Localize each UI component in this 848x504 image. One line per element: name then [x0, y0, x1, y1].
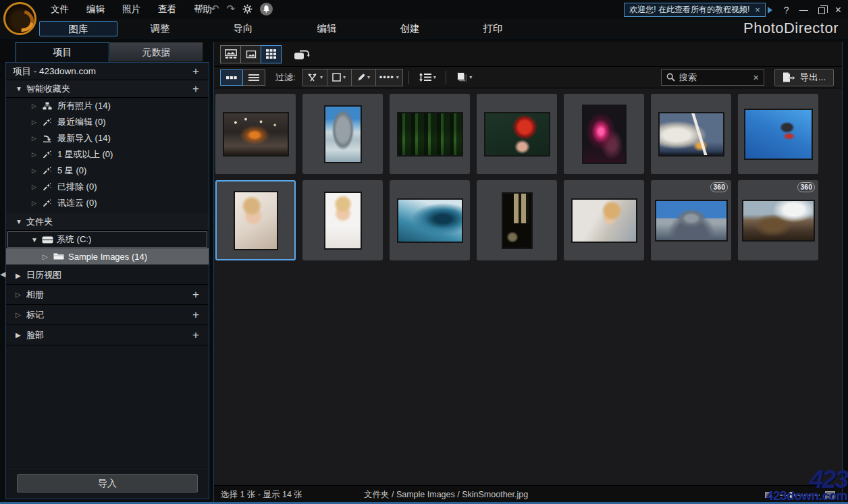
- chevron-right-icon[interactable]: ▷: [43, 253, 53, 260]
- tab-project[interactable]: 项目: [16, 42, 109, 62]
- magic-wand-icon: [43, 167, 57, 175]
- tree-item-5-star[interactable]: ▷ 5 星 (0): [6, 163, 209, 179]
- restore-button[interactable]: [818, 7, 825, 14]
- tree-item-cyberlink-cloud[interactable]: ▷ 讯连云 (0): [6, 195, 209, 211]
- chevron-right-icon[interactable]: ▶: [16, 272, 26, 279]
- secondary-display-icon[interactable]: [294, 49, 310, 60]
- add-face-button[interactable]: +: [192, 329, 202, 341]
- photo-thumbnail-panorama-canyon[interactable]: 360: [738, 180, 818, 260]
- albums-header[interactable]: ▷ 相册 +: [6, 285, 209, 305]
- chevron-right-icon[interactable]: ▶: [16, 331, 26, 339]
- chevron-right-icon[interactable]: ▷: [32, 119, 43, 125]
- menu-bar: 文件 编辑 照片 查看 帮助: [42, 3, 221, 16]
- tab-metadata[interactable]: 元数据: [109, 42, 203, 62]
- minimize-button[interactable]: —: [797, 7, 810, 13]
- calendar-view-header[interactable]: ▶ 日历视图: [6, 267, 209, 285]
- tree-item-recently-edited[interactable]: ▷ 最近编辑 (0): [6, 114, 209, 130]
- tree-item-rejected[interactable]: ▷ 已排除 (0): [6, 179, 209, 195]
- undo-icon[interactable]: ↶: [211, 2, 219, 16]
- chevron-down-icon[interactable]: ▼: [16, 218, 26, 225]
- chevron-down-icon[interactable]: ▼: [16, 85, 26, 92]
- settings-gear-icon[interactable]: [242, 4, 253, 14]
- chevron-right-icon[interactable]: ▷: [32, 167, 43, 174]
- tree-item-latest-imports[interactable]: ▷ 最新导入 (14): [6, 130, 209, 146]
- small-thumbnails-button[interactable]: [220, 69, 243, 86]
- photo-image: [484, 112, 550, 157]
- zoom-slider[interactable]: [778, 495, 820, 496]
- small-thumbnail-icon[interactable]: [765, 492, 772, 498]
- menu-view[interactable]: 查看: [149, 3, 185, 16]
- tab-adjust[interactable]: 调整: [126, 21, 194, 36]
- faces-header[interactable]: ▶ 脸部 +: [6, 325, 209, 345]
- color-label-filter-button[interactable]: •••• ▾: [375, 69, 403, 86]
- chevron-right-icon[interactable]: ▷: [16, 291, 26, 298]
- flag-filter-button[interactable]: ▾: [302, 69, 327, 86]
- photo-thumbnail-neon-cafe-sign[interactable]: [564, 94, 644, 174]
- notification-bell-icon[interactable]: [260, 3, 273, 16]
- photo-thumbnail-skateboarder[interactable]: [738, 94, 818, 174]
- folders-header[interactable]: ▼ 文件夹: [6, 213, 209, 231]
- chevron-right-icon[interactable]: ▷: [32, 103, 43, 109]
- photo-thumbnail-karst-rock-boat[interactable]: [302, 94, 383, 174]
- photo-thumbnail-laughing-woman[interactable]: [302, 180, 383, 260]
- tab-guided[interactable]: 导向: [209, 21, 277, 36]
- stack-icon: [457, 72, 467, 82]
- help-button[interactable]: ?: [782, 5, 791, 16]
- edited-filter-button[interactable]: ▾: [351, 69, 376, 86]
- label-filter-button[interactable]: ▾: [327, 69, 352, 86]
- tab-edit[interactable]: 编辑: [293, 21, 361, 36]
- photo-thumbnail-ocean-wave[interactable]: [390, 180, 470, 260]
- redo-icon[interactable]: ↷: [227, 2, 236, 16]
- chevron-right-icon[interactable]: ▷: [16, 311, 26, 318]
- photo-thumbnail-woman-leaning[interactable]: [564, 180, 644, 260]
- tab-print[interactable]: 打印: [459, 21, 527, 36]
- add-smart-collection-button[interactable]: +: [192, 83, 202, 94]
- tags-header[interactable]: ▷ 标记 +: [6, 305, 209, 325]
- grid-view-button[interactable]: [261, 45, 282, 63]
- photo-image: [397, 112, 463, 157]
- calendar-view-label: 日历视图: [26, 269, 61, 281]
- menu-edit[interactable]: 编辑: [78, 3, 113, 16]
- viewer-view-button[interactable]: [240, 45, 261, 63]
- photo-thumbnail-smiling-woman-selected[interactable]: [215, 180, 296, 260]
- sidebar-collapse-arrow[interactable]: ◀: [0, 263, 8, 285]
- close-button[interactable]: ×: [834, 5, 843, 16]
- zoom-slider-handle[interactable]: [789, 492, 795, 498]
- browser-view-button[interactable]: [220, 45, 241, 63]
- photo-thumbnail-rocket-launch[interactable]: [651, 94, 731, 174]
- project-tree-panel: 项目 - 423down.com + ▼ 智能收藏夹 + ▷: [5, 62, 209, 499]
- chevron-right-icon[interactable]: ▷: [32, 184, 43, 190]
- tooltip-close-icon[interactable]: ×: [755, 5, 760, 14]
- tab-create[interactable]: 创建: [376, 21, 444, 36]
- menu-file[interactable]: 文件: [42, 3, 78, 16]
- list-view-button[interactable]: [242, 69, 265, 86]
- tab-library[interactable]: 图库: [39, 21, 117, 36]
- chevron-down-icon[interactable]: ▼: [31, 236, 42, 244]
- photo-thumbnail-window-light[interactable]: [477, 180, 557, 260]
- photo-thumbnail-basketball-dunk[interactable]: [215, 94, 296, 174]
- chevron-right-icon[interactable]: ▷: [32, 200, 43, 206]
- add-project-button[interactable]: +: [192, 65, 202, 77]
- tree-item-sample-images[interactable]: ▷ Sample Images (14): [6, 248, 209, 264]
- search-input[interactable]: [679, 72, 749, 82]
- tree-item-1-star-up[interactable]: ▷ 1 星或以上 (0): [6, 146, 209, 163]
- export-button[interactable]: 导出...: [774, 69, 834, 86]
- smart-collection-header[interactable]: ▼ 智能收藏夹 +: [6, 80, 209, 98]
- photo-thumbnail-panorama-monument[interactable]: 360: [651, 180, 731, 260]
- search-box[interactable]: ×: [661, 69, 764, 86]
- import-button[interactable]: 导入: [17, 474, 198, 493]
- add-tag-button[interactable]: +: [192, 309, 202, 320]
- photo-thumbnail-sunlit-forest[interactable]: [390, 94, 470, 174]
- tree-item-all-photos[interactable]: ▷ 所有照片 (14): [6, 98, 209, 114]
- photo-thumbnail-red-maple-leaf[interactable]: [477, 94, 557, 174]
- sort-button[interactable]: ▾: [415, 69, 440, 86]
- chevron-right-icon[interactable]: ▷: [32, 135, 43, 142]
- clear-search-icon[interactable]: ×: [753, 72, 759, 83]
- menu-photo[interactable]: 照片: [113, 3, 149, 16]
- smart-collection-label: 智能收藏夹: [26, 83, 70, 95]
- tree-item-drive-c[interactable]: ▼ 系统 (C:): [7, 231, 207, 248]
- stack-photos-button[interactable]: ▾: [452, 69, 477, 86]
- add-album-button[interactable]: +: [192, 289, 202, 300]
- large-thumbnail-icon[interactable]: [825, 491, 835, 499]
- chevron-right-icon[interactable]: ▷: [32, 151, 43, 158]
